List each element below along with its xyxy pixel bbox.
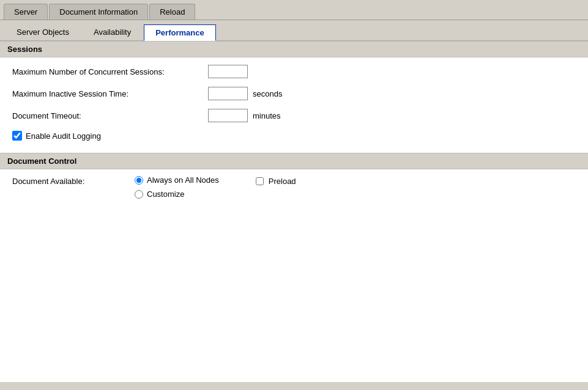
sub-tabs-bar: Server Objects Availability Performance (0, 20, 588, 41)
sessions-section-body: Maximum Number of Concurrent Sessions: M… (0, 57, 588, 153)
tab-server[interactable]: Server (4, 4, 48, 20)
max-inactive-row: Maximum Inactive Session Time: seconds (12, 87, 576, 100)
doc-control-row: Document Available: Always on All Nodes … (0, 169, 588, 205)
sub-tab-server-objects[interactable]: Server Objects (5, 24, 81, 40)
max-concurrent-input[interactable] (208, 65, 248, 78)
sub-tab-performance[interactable]: Performance (144, 24, 215, 41)
radio-group: Always on All Nodes Customize (135, 175, 219, 199)
max-concurrent-row: Maximum Number of Concurrent Sessions: (12, 65, 576, 78)
audit-logging-label[interactable]: Enable Audit Logging (26, 131, 101, 141)
sessions-section-header: Sessions (0, 41, 588, 57)
max-concurrent-label: Maximum Number of Concurrent Sessions: (12, 67, 208, 76)
always-all-nodes-row: Always on All Nodes (135, 175, 219, 185)
doc-control-section-header: Document Control (0, 153, 588, 169)
max-inactive-unit: seconds (253, 89, 282, 98)
audit-logging-checkbox[interactable] (12, 131, 22, 141)
max-inactive-input[interactable] (208, 87, 248, 100)
doc-timeout-unit: minutes (253, 111, 281, 120)
audit-logging-row: Enable Audit Logging (12, 131, 576, 141)
tab-document-information[interactable]: Document Information (49, 4, 148, 20)
always-all-nodes-label[interactable]: Always on All Nodes (147, 175, 219, 185)
top-tabs-bar: Server Document Information Reload (0, 0, 588, 20)
preload-checkbox[interactable] (256, 177, 264, 185)
content-area: Sessions Maximum Number of Concurrent Se… (0, 41, 588, 382)
doc-timeout-input[interactable] (208, 109, 248, 122)
customize-radio[interactable] (135, 190, 143, 199)
always-all-nodes-radio[interactable] (135, 176, 143, 185)
sub-tab-availability[interactable]: Availability (82, 24, 143, 40)
preload-label[interactable]: Preload (269, 177, 296, 186)
max-inactive-label: Maximum Inactive Session Time: (12, 89, 208, 98)
doc-timeout-row: Document Timeout: minutes (12, 109, 576, 122)
preload-group: Preload (256, 175, 296, 186)
customize-row: Customize (135, 189, 219, 199)
customize-label[interactable]: Customize (147, 189, 184, 199)
tab-reload[interactable]: Reload (149, 4, 195, 20)
doc-available-container: Always on All Nodes Customize Preload (135, 175, 296, 199)
doc-timeout-label: Document Timeout: (12, 111, 208, 120)
doc-available-label: Document Available: (12, 175, 135, 186)
